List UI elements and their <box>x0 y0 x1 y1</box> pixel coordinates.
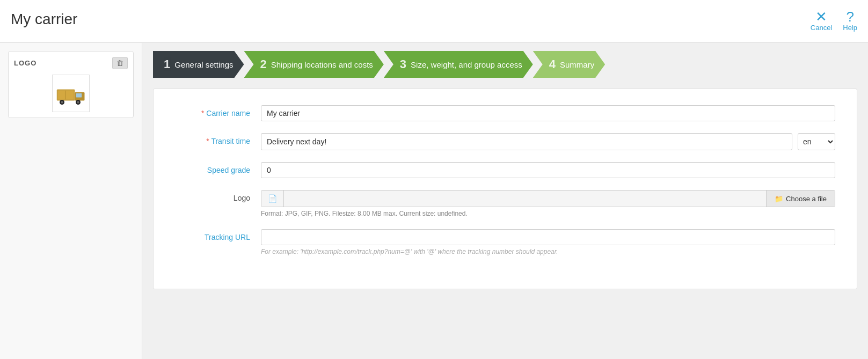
logo-header: LOGO 🗑 <box>14 57 128 69</box>
step-1-number: 1 <box>164 57 170 71</box>
transit-time-input-area: en fr de es <box>261 133 835 150</box>
transit-row: en fr de es <box>261 133 835 150</box>
speed-grade-input-area <box>261 162 835 178</box>
step-3[interactable]: 3 Size, weight, and group access <box>384 51 533 78</box>
logo-label: Logo <box>175 190 261 202</box>
delete-icon: 🗑 <box>116 59 123 67</box>
tracking-url-input[interactable] <box>261 229 835 245</box>
step-4-number: 4 <box>549 57 556 71</box>
delete-logo-button[interactable]: 🗑 <box>112 57 128 69</box>
transit-time-row: Transit time en fr de es <box>175 133 835 150</box>
speed-grade-row: Speed grade <box>175 162 835 178</box>
transit-time-label: Transit time <box>175 133 261 145</box>
file-input-group: 📄 📁 Choose a file <box>261 190 835 207</box>
svg-rect-2 <box>76 93 82 98</box>
transit-time-input[interactable] <box>261 133 792 150</box>
step-2[interactable]: 2 Shipping locations and costs <box>244 51 383 78</box>
tracking-hint: For example: 'http://example.com/track.p… <box>261 248 835 255</box>
help-button[interactable]: ? Help <box>843 10 857 32</box>
help-label: Help <box>843 24 857 32</box>
main-layout: LOGO 🗑 <box>0 43 868 359</box>
wizard-steps: 1 General settings 2 Shipping locations … <box>153 51 857 78</box>
step-3-number: 3 <box>400 57 406 71</box>
file-name-area <box>284 191 766 207</box>
speed-grade-input[interactable] <box>261 162 835 178</box>
choose-file-folder-icon: 📁 <box>775 195 783 203</box>
logo-section-title: LOGO <box>14 59 37 67</box>
step-4[interactable]: 4 Summary <box>533 51 605 78</box>
step-2-label: Shipping locations and costs <box>271 60 373 69</box>
svg-point-6 <box>77 101 79 104</box>
top-actions: ✕ Cancel ? Help <box>811 10 857 32</box>
step-3-label: Size, weight, and group access <box>411 60 522 69</box>
top-bar: My carrier ✕ Cancel ? Help <box>0 0 868 43</box>
sidebar: LOGO 🗑 <box>0 43 142 359</box>
carrier-name-label: Carrier name <box>175 105 261 118</box>
step-2-number: 2 <box>260 57 266 71</box>
choose-file-label: Choose a file <box>786 195 827 203</box>
cancel-label: Cancel <box>811 24 832 32</box>
carrier-name-row: Carrier name <box>175 105 835 121</box>
cancel-icon: ✕ <box>815 10 827 24</box>
speed-grade-label: Speed grade <box>175 162 261 174</box>
page-title: My carrier <box>11 11 77 28</box>
tracking-url-row: Tracking URL For example: 'http://exampl… <box>175 229 835 255</box>
logo-image-box <box>52 75 90 112</box>
cancel-button[interactable]: ✕ Cancel <box>811 10 832 32</box>
svg-point-4 <box>61 101 63 104</box>
step-4-label: Summary <box>560 60 594 69</box>
logo-section: LOGO 🗑 <box>8 51 134 118</box>
help-icon: ? <box>846 10 854 24</box>
carrier-name-input-area <box>261 105 835 121</box>
file-hint: Format: JPG, GIF, PNG. Filesize: 8.00 MB… <box>261 210 835 217</box>
transit-lang-select[interactable]: en fr de es <box>798 133 835 150</box>
choose-file-button[interactable]: 📁 Choose a file <box>766 191 835 207</box>
form-panel: Carrier name Transit time en fr de es <box>153 89 857 289</box>
step-1-label: General settings <box>174 60 233 69</box>
logo-row: Logo 📄 📁 Choose a file Format: JPG, GIF,… <box>175 190 835 217</box>
content-area: 1 General settings 2 Shipping locations … <box>142 43 868 359</box>
truck-image <box>55 80 87 107</box>
file-doc-icon: 📄 <box>268 194 277 203</box>
logo-image-container <box>14 75 128 112</box>
tracking-url-label: Tracking URL <box>175 229 261 241</box>
carrier-name-input[interactable] <box>261 105 835 121</box>
logo-input-area: 📄 📁 Choose a file Format: JPG, GIF, PNG.… <box>261 190 835 217</box>
tracking-url-input-area: For example: 'http://example.com/track.p… <box>261 229 835 255</box>
step-1[interactable]: 1 General settings <box>153 51 244 78</box>
file-icon-area: 📄 <box>261 191 284 207</box>
